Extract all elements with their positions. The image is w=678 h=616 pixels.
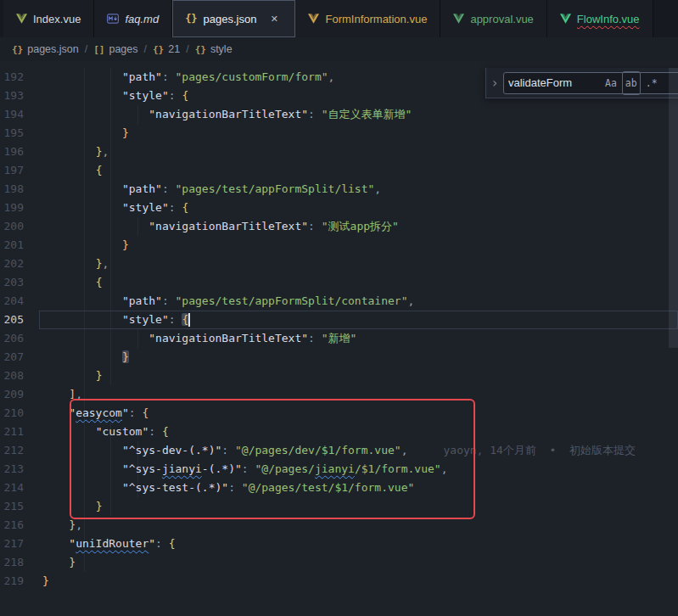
- code-line-200[interactable]: 200 "navigationBarTitleText": "测试app拆分": [0, 217, 678, 236]
- code-line-210[interactable]: 210 "easycom": {: [0, 404, 678, 423]
- line-number[interactable]: 209: [0, 385, 39, 404]
- code-text: "easycom": {: [39, 404, 678, 423]
- regex-toggle[interactable]: .*: [643, 72, 660, 94]
- breadcrumb-separator: /: [186, 43, 188, 55]
- code-text: "^sys-dev-(.*)": "@/pages/dev/$1/form.vu…: [39, 441, 678, 460]
- code-line-214[interactable]: 214 "^sys-test-(.*)": "@/pages/test/$1/f…: [0, 479, 678, 497]
- code-line-202[interactable]: 202 },: [0, 255, 678, 273]
- code-text: "path": "pages/test/appFormSplit/contain…: [39, 292, 678, 311]
- code-line-212[interactable]: 212 "^sys-dev-(.*)": "@/pages/dev/$1/for…: [0, 441, 678, 460]
- line-number[interactable]: 213: [0, 460, 39, 479]
- line-number[interactable]: 212: [0, 441, 39, 460]
- line-number[interactable]: 217: [0, 535, 39, 553]
- find-input[interactable]: [508, 76, 600, 89]
- code-line-211[interactable]: 211 "custom": {: [0, 423, 678, 441]
- whole-word-toggle[interactable]: ab: [622, 71, 641, 95]
- line-number[interactable]: 195: [0, 124, 39, 143]
- code-line-217[interactable]: 217 "uniIdRouter": {: [0, 535, 678, 553]
- line-number[interactable]: 194: [0, 105, 39, 124]
- breadcrumb-label: pages: [109, 43, 137, 55]
- text-cursor: [188, 313, 190, 327]
- close-icon[interactable]: ✕: [266, 11, 282, 26]
- code-line-205[interactable]: 205 "style": {: [0, 311, 678, 329]
- code-line-218[interactable]: 218 }: [0, 553, 678, 572]
- line-number[interactable]: 218: [0, 553, 39, 572]
- code-text: }: [39, 124, 678, 143]
- line-number[interactable]: 201: [0, 236, 39, 255]
- code-line-219[interactable]: 219}: [0, 572, 678, 591]
- object-icon: {}: [153, 44, 164, 55]
- line-number[interactable]: 215: [0, 497, 39, 516]
- vue-icon: [560, 14, 571, 24]
- code-line-216[interactable]: 216 },: [0, 516, 678, 535]
- editor: 192 "path": "pages/customForm/form",193 …: [0, 61, 678, 616]
- code-text: },: [39, 255, 678, 273]
- line-number[interactable]: 199: [0, 199, 39, 217]
- line-number[interactable]: 192: [0, 68, 39, 87]
- code-line-198[interactable]: 198 "path": "pages/test/appFormSplit/lis…: [0, 180, 678, 199]
- line-number[interactable]: 214: [0, 479, 39, 497]
- vue-icon: [16, 14, 27, 24]
- code-line-195[interactable]: 195 }: [0, 124, 678, 143]
- breadcrumb-item-pages-json[interactable]: {}pages.json: [12, 43, 79, 55]
- code-line-196[interactable]: 196 },: [0, 143, 678, 161]
- scrollbar-thumb[interactable]: [669, 68, 678, 348]
- line-number[interactable]: 205: [0, 311, 39, 329]
- line-number[interactable]: 196: [0, 143, 39, 161]
- git-blame-annotation: yaoyn, 14个月前 • 初始版本提交: [443, 444, 636, 456]
- line-number[interactable]: 211: [0, 423, 39, 441]
- code-line-204[interactable]: 204 "path": "pages/test/appFormSplit/con…: [0, 292, 678, 311]
- tab-index-vue[interactable]: Index.vue: [3, 0, 94, 37]
- line-number[interactable]: 206: [0, 329, 39, 348]
- tab-faq-md[interactable]: faq.md: [94, 0, 172, 37]
- code-line-203[interactable]: 203 {: [0, 273, 678, 292]
- line-number[interactable]: 210: [0, 404, 39, 423]
- breadcrumb-item-21[interactable]: {}21: [153, 43, 180, 55]
- code-line-201[interactable]: 201 }: [0, 236, 678, 255]
- code-text: "custom": {: [39, 423, 678, 441]
- code-line-206[interactable]: 206 "navigationBarTitleText": "新增": [0, 329, 678, 348]
- line-number[interactable]: 193: [0, 87, 39, 105]
- code-text: {: [39, 273, 678, 292]
- line-number[interactable]: 202: [0, 255, 39, 273]
- code-line-208[interactable]: 208 }: [0, 367, 678, 385]
- breadcrumb-separator: /: [85, 43, 87, 55]
- line-number[interactable]: 204: [0, 292, 39, 311]
- tab-label: approval.vue: [470, 13, 533, 25]
- markdown-icon: [107, 14, 119, 24]
- line-number[interactable]: 208: [0, 367, 39, 385]
- code-text: "navigationBarTitleText": "新增": [39, 329, 678, 348]
- tab-approval-vue[interactable]: approval.vue: [440, 0, 546, 37]
- line-number[interactable]: 219: [0, 572, 39, 591]
- code-line-207[interactable]: 207 }: [0, 348, 678, 367]
- line-number[interactable]: 203: [0, 273, 39, 292]
- code-line-213[interactable]: 213 "^sys-jianyi-(.*)": "@/pages/jianyi/…: [0, 460, 678, 479]
- tab-forminformation-vue[interactable]: FormInformation.vue: [295, 0, 440, 37]
- match-case-toggle[interactable]: Aa: [602, 72, 619, 94]
- find-expand-toggle[interactable]: ›: [486, 68, 503, 98]
- find-input-box: Aa ab .*: [503, 72, 678, 94]
- code-text: "navigationBarTitleText": "测试app拆分": [39, 217, 678, 236]
- code-line-209[interactable]: 209 ],: [0, 385, 678, 404]
- vue-icon: [453, 14, 464, 24]
- find-widget: › Aa ab .*: [485, 68, 678, 98]
- line-number[interactable]: 200: [0, 217, 39, 236]
- code-text: }: [39, 348, 678, 367]
- breadcrumb-item-pages[interactable]: []pages: [93, 43, 137, 55]
- breadcrumb-label: 21: [168, 43, 180, 55]
- code-area: 192 "path": "pages/customForm/form",193 …: [0, 68, 678, 591]
- code-line-199[interactable]: 199 "style": {: [0, 199, 678, 217]
- line-number[interactable]: 198: [0, 180, 39, 199]
- json-icon: {}: [185, 13, 197, 25]
- tab-pages-json[interactable]: {}pages.json✕: [172, 0, 295, 37]
- code-line-215[interactable]: 215 }: [0, 497, 678, 516]
- line-number[interactable]: 197: [0, 161, 39, 180]
- code-text: },: [39, 516, 678, 535]
- breadcrumb-item-style[interactable]: {}style: [195, 43, 233, 55]
- code-line-197[interactable]: 197 {: [0, 161, 678, 180]
- breadcrumb-label: style: [210, 43, 233, 55]
- tab-flowinfo-vue[interactable]: FlowInfo.vue: [547, 0, 653, 37]
- line-number[interactable]: 207: [0, 348, 39, 367]
- line-number[interactable]: 216: [0, 516, 39, 535]
- code-line-194[interactable]: 194 "navigationBarTitleText": "自定义表单新增": [0, 105, 678, 124]
